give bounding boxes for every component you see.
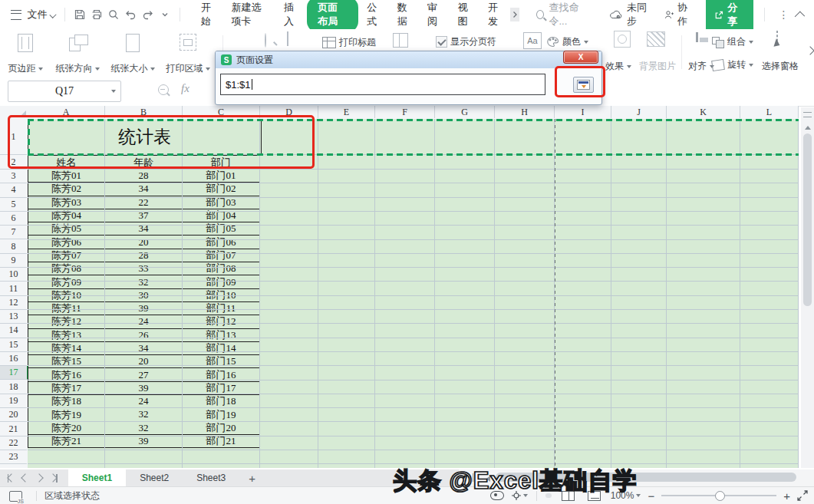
table-cell[interactable]: 部门15 (183, 355, 260, 368)
row-header-16[interactable]: 16 (0, 352, 27, 366)
zoom-slider-handle[interactable] (715, 491, 725, 501)
table-cell[interactable]: 32 (105, 408, 183, 421)
vertical-scrollbar[interactable] (801, 107, 814, 468)
table-cell[interactable]: 陈芳07 (28, 249, 105, 262)
dialog-title-bar[interactable]: S 页面设置 (216, 51, 601, 68)
add-sheet-button[interactable]: + (249, 472, 255, 485)
row-header-13[interactable]: 13 (0, 310, 27, 324)
table-cell[interactable]: 陈芳06 (28, 236, 105, 249)
row-header-15[interactable]: 15 (0, 338, 27, 352)
column-header-G[interactable]: G (435, 106, 495, 118)
row-header-21[interactable]: 21 (0, 422, 27, 436)
vertical-scroll-thumb[interactable] (803, 133, 812, 306)
table-cell[interactable]: 部门12 (183, 315, 260, 328)
row-header-14[interactable]: 14 (0, 324, 27, 338)
row-header-7[interactable]: 7 (0, 226, 27, 239)
rotate-button[interactable]: 旋转 (712, 58, 753, 71)
table-cell[interactable]: 陈芳02 (28, 183, 105, 196)
zoom-in-button[interactable]: + (783, 489, 790, 502)
table-cell[interactable]: 陈芳18 (28, 395, 105, 408)
row-header-4[interactable]: 4 (0, 183, 27, 197)
margins-button[interactable]: 页边距 (2, 31, 49, 78)
table-cell[interactable]: 部门21 (183, 435, 260, 448)
zoom-slider[interactable] (661, 495, 776, 496)
table-cell[interactable]: 陈芳20 (28, 422, 105, 435)
effects-button[interactable]: 效果 (605, 60, 631, 73)
more-options-icon[interactable]: ⋮ (778, 8, 789, 21)
background-image-button[interactable]: 背景图片 (639, 60, 676, 73)
menu-tab-视图[interactable]: 视图 (450, 0, 479, 31)
sheet-grid[interactable]: 统计表 姓名年龄部门陈芳0128部门01陈芳0234部门02陈芳0322部门03… (28, 119, 799, 468)
print-area-button[interactable]: 打印区域 (161, 31, 215, 78)
table-cell[interactable]: 部门18 (183, 395, 260, 408)
table-cell[interactable]: 部门09 (183, 275, 260, 288)
table-cell[interactable]: 部门13 (183, 329, 260, 342)
table-cell[interactable]: 陈芳09 (28, 275, 105, 288)
selection-pane-button[interactable]: 选择窗格 (762, 60, 799, 73)
menu-tab-审阅[interactable]: 审阅 (420, 0, 449, 31)
column-header-E[interactable]: E (318, 106, 375, 118)
table-cell[interactable]: 22 (105, 196, 183, 209)
row-header-17[interactable]: 17 (0, 366, 28, 380)
table-cell[interactable]: 部门08 (183, 262, 260, 275)
table-cell[interactable]: 28 (105, 170, 183, 183)
file-menu[interactable]: 文件 (28, 8, 48, 21)
redo-icon[interactable] (140, 6, 156, 23)
table-cell[interactable]: 部门03 (183, 196, 260, 209)
table-cell[interactable]: 部门06 (183, 236, 260, 249)
row-header-11[interactable]: 11 (0, 282, 27, 295)
group-button[interactable]: 组合 (712, 35, 753, 48)
macro-status-icon[interactable] (9, 491, 22, 502)
dialog-close-button[interactable]: X (563, 51, 598, 64)
zoom-out-button[interactable]: − (648, 489, 654, 502)
name-box[interactable]: Q17 (8, 81, 121, 102)
table-cell[interactable]: 24 (105, 395, 183, 408)
column-header-F[interactable]: F (375, 106, 435, 118)
menu-tab-页面布局[interactable]: 页面布局 (307, 0, 358, 32)
ribbon-overflow-chevron-icon[interactable] (806, 46, 814, 54)
hamburger-menu-icon[interactable] (11, 10, 21, 20)
row-header-22[interactable]: 22 (0, 436, 27, 450)
first-sheet-icon[interactable] (8, 474, 15, 483)
tab-overflow-chevron-icon[interactable] (510, 8, 519, 21)
print-preview-icon[interactable] (106, 6, 121, 23)
table-cell[interactable]: 陈芳03 (28, 196, 105, 209)
collaborate-button[interactable]: 协作 (664, 1, 694, 28)
row-header-10[interactable]: 10 (0, 268, 27, 282)
table-cell[interactable]: 20 (105, 236, 183, 249)
column-header-J[interactable]: J (611, 106, 667, 118)
table-cell[interactable]: 部门07 (183, 249, 260, 262)
effects-icon[interactable] (614, 31, 631, 48)
table-cell[interactable]: 26 (105, 329, 183, 342)
column-header-K[interactable]: K (667, 106, 740, 118)
collapse-formula-icon[interactable] (158, 84, 169, 95)
menu-tab-公式[interactable]: 公式 (360, 0, 388, 31)
menu-tab-开发[interactable]: 开发 (481, 0, 509, 31)
table-cell[interactable]: 陈芳19 (28, 408, 105, 421)
print-titles-button[interactable]: 打印标题 (322, 36, 376, 49)
sheet-tab-Sheet2[interactable]: Sheet2 (126, 469, 183, 486)
menu-tab-插入[interactable]: 插入 (277, 0, 305, 31)
table-cell[interactable]: 33 (105, 262, 183, 275)
sheet-tab-Sheet1[interactable]: Sheet1 (68, 469, 126, 486)
table-cell[interactable]: 28 (105, 249, 183, 262)
collapse-ribbon-icon[interactable] (795, 11, 805, 21)
table-cell[interactable]: 32 (105, 275, 183, 288)
table-cell[interactable]: 陈芳15 (28, 355, 105, 368)
selection-pane-icon[interactable] (776, 31, 778, 45)
row-header-3[interactable]: 3 (0, 170, 27, 183)
page-icon[interactable] (287, 31, 288, 46)
command-search[interactable]: 查找命令... (536, 1, 588, 28)
print-icon[interactable] (89, 6, 104, 23)
column-header-I[interactable]: I (555, 106, 611, 118)
row-header-12[interactable]: 12 (0, 296, 27, 310)
menu-tab-开始[interactable]: 开始 (194, 0, 222, 31)
row-header-9[interactable]: 9 (0, 254, 27, 268)
table-cell[interactable]: 部门02 (183, 183, 260, 196)
save-icon[interactable] (71, 6, 87, 23)
insert-function-icon[interactable]: fx (181, 82, 189, 95)
print-scale-icon[interactable] (265, 33, 266, 48)
next-sheet-icon[interactable] (35, 473, 44, 482)
colors-button[interactable]: 颜色 (546, 35, 588, 48)
table-cell[interactable]: 陈芳08 (28, 262, 105, 275)
